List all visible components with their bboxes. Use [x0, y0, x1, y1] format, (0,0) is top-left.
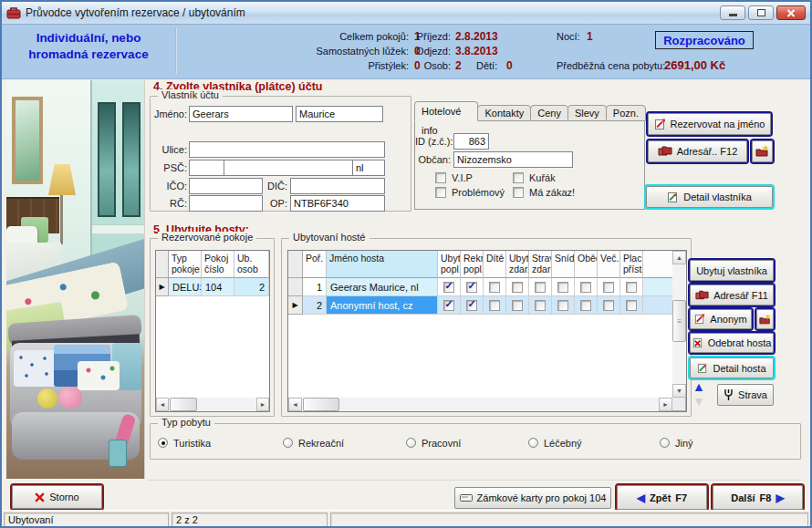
- first-name-field[interactable]: Maurice: [296, 106, 383, 122]
- scroll-left-button[interactable]: ◄: [156, 398, 169, 411]
- guests-hscrollbar[interactable]: ◄ ►: [288, 398, 672, 411]
- radio-lecebny[interactable]: [528, 438, 538, 448]
- lock-cards-button[interactable]: Zámkové karty pro pokoj 104: [454, 487, 611, 509]
- adresar-new-button[interactable]: [752, 140, 773, 162]
- rooms-row-marker[interactable]: ▶: [156, 278, 169, 296]
- restore-button[interactable]: [748, 5, 774, 20]
- scroll-up-button[interactable]: ▲: [672, 251, 686, 264]
- scroll-down-button[interactable]: ▼: [672, 384, 686, 398]
- checkbox-ubyt-popl[interactable]: ✓: [443, 282, 454, 293]
- guests-header-obed[interactable]: Oběd: [575, 251, 598, 278]
- scroll-right-button[interactable]: ►: [256, 398, 269, 411]
- checkbox-snid[interactable]: ✓: [557, 300, 568, 311]
- guests-header-plac-prist[interactable]: Plac. příst.: [620, 251, 643, 278]
- guest-row2-num[interactable]: 2: [303, 296, 327, 315]
- guests-hscroll-thumb[interactable]: [303, 398, 339, 411]
- checkbox-dite[interactable]: ✓: [489, 282, 500, 293]
- guests-header-snid[interactable]: Sníd.: [552, 251, 575, 278]
- checkbox-ubyt-zdar[interactable]: ✓: [512, 282, 523, 293]
- checkbox-rekr-popl[interactable]: ✓: [466, 282, 477, 293]
- storno-button[interactable]: Storno: [12, 485, 102, 509]
- guests-header-dite[interactable]: Dítě: [484, 251, 506, 278]
- detail-hosta-button[interactable]: Detail hosta: [690, 357, 774, 378]
- guests-header-rekr-popl[interactable]: Rekr. popl.: [461, 251, 484, 278]
- move-guest-down-button[interactable]: ▼: [692, 395, 705, 408]
- odebrat-hosta-button[interactable]: Odebrat hosta: [690, 333, 774, 353]
- minimize-button[interactable]: [720, 5, 745, 20]
- checkbox-plac-prist[interactable]: ✓: [626, 282, 637, 293]
- adresar-f12-button[interactable]: Adresář.. F12: [648, 140, 747, 162]
- strava-button[interactable]: Strava: [717, 384, 774, 406]
- rooms-hscroll-thumb[interactable]: [170, 398, 197, 411]
- radio-pracovni[interactable]: [406, 438, 416, 448]
- dic-field[interactable]: [290, 178, 385, 194]
- adresar-f11-button[interactable]: Adresář F11: [690, 285, 774, 305]
- rooms-cell-osob[interactable]: 2: [234, 278, 269, 296]
- anonym-button[interactable]: Anonym: [690, 309, 752, 329]
- checkbox-strava-zdarma[interactable]: ✓: [535, 300, 546, 311]
- kurak-checkbox[interactable]: ✓: [513, 172, 524, 183]
- scroll-left-button[interactable]: ◄: [288, 398, 302, 411]
- guests-vscrollbar[interactable]: ▲ ▼ ≡: [672, 251, 686, 398]
- id-field[interactable]: 863: [453, 133, 489, 150]
- citizenship-field[interactable]: Nizozemsko: [453, 151, 573, 168]
- vip-checkbox[interactable]: ✓: [435, 172, 446, 183]
- ico-field[interactable]: [189, 178, 263, 194]
- street-field[interactable]: [189, 141, 385, 158]
- city-field[interactable]: [224, 160, 353, 176]
- rooms-hscrollbar[interactable]: ◄ ►: [156, 398, 269, 411]
- checkbox-rekr-popl[interactable]: ✓: [466, 300, 477, 311]
- guests-header-vec[interactable]: Več.: [598, 251, 620, 278]
- country-code-field[interactable]: nl: [352, 160, 385, 176]
- reserve-name-button[interactable]: Rezervovat na jméno: [648, 113, 771, 135]
- problemovy-checkbox[interactable]: ✓: [435, 187, 446, 198]
- ubytuj-vlastnika-button[interactable]: Ubytuj vlastníka: [690, 260, 774, 281]
- guests-header-jmeno[interactable]: Jméno hosta: [327, 251, 438, 278]
- checkbox-snid[interactable]: ✓: [557, 282, 568, 293]
- last-name-field[interactable]: Geerars: [189, 106, 293, 122]
- anonym-adresar-new-button[interactable]: [756, 309, 774, 329]
- detail-vlastnika-button[interactable]: Detail vlastníka: [646, 186, 773, 208]
- rooms-header-osob[interactable]: Ub. osob: [234, 251, 269, 278]
- checkbox-strava-zdarma[interactable]: ✓: [535, 282, 546, 293]
- checkbox-vec[interactable]: ✓: [603, 282, 614, 293]
- radio-jiny[interactable]: [660, 438, 670, 448]
- checkbox-plac-prist[interactable]: ✓: [626, 300, 637, 311]
- checkbox-dite[interactable]: ✓: [489, 300, 500, 311]
- guest-row2-selector[interactable]: ▶: [288, 296, 303, 315]
- rooms-cell-typ[interactable]: DELU>: [169, 278, 202, 296]
- guest-row1-num[interactable]: 1: [303, 278, 327, 296]
- next-button[interactable]: Další F8 ▶: [713, 485, 803, 510]
- tab-kontakty[interactable]: Kontakty: [477, 105, 531, 121]
- guests-header-ubyt-popl[interactable]: Ubyt. popl.: [438, 251, 461, 278]
- rooms-header-typ[interactable]: Typ pokoje: [169, 251, 202, 278]
- tab-ceny[interactable]: Ceny: [530, 105, 568, 121]
- checkbox-obed[interactable]: ✓: [580, 300, 591, 311]
- radio-turistika[interactable]: [158, 438, 168, 448]
- ma-zakaz-checkbox[interactable]: ✓: [513, 187, 524, 198]
- back-button[interactable]: ◀ Zpět F7: [617, 485, 707, 510]
- guests-header-por[interactable]: Poř.: [303, 251, 327, 278]
- tab-slevy[interactable]: Slevy: [567, 105, 607, 121]
- guests-header-strava-zdarma[interactable]: Strava zdarm: [529, 251, 552, 278]
- close-button[interactable]: [776, 5, 806, 20]
- guest-row2-name[interactable]: Anonymní host, cz: [327, 296, 438, 315]
- checkbox-obed[interactable]: ✓: [580, 282, 591, 293]
- zip-field[interactable]: [189, 160, 224, 176]
- scroll-right-button[interactable]: ►: [659, 398, 672, 411]
- tab-hotelove-info[interactable]: Hotelové info: [414, 101, 478, 121]
- rc-field[interactable]: [189, 195, 263, 212]
- op-field[interactable]: NTBF6F340: [290, 195, 385, 212]
- checkbox-ubyt-popl[interactable]: ✓: [443, 300, 454, 311]
- checkbox-vec[interactable]: ✓: [603, 300, 614, 311]
- rooms-header-cislo[interactable]: Pokoj číslo: [202, 251, 234, 278]
- rooms-cell-cislo[interactable]: 104: [202, 278, 234, 296]
- move-guest-up-button[interactable]: ▲: [692, 380, 705, 393]
- guest-row1-name[interactable]: Geerars Maurice, nl: [327, 278, 438, 296]
- guest-row1-selector[interactable]: [288, 278, 303, 296]
- tab-pozn[interactable]: Pozn.: [606, 105, 646, 121]
- radio-rekreacni[interactable]: [283, 438, 293, 448]
- guests-header-ubyt-zdar[interactable]: Ubyt. zdar.: [506, 251, 529, 278]
- checkbox-ubyt-zdar[interactable]: ✓: [512, 300, 523, 311]
- guests-vscroll-thumb[interactable]: ≡: [672, 300, 686, 342]
